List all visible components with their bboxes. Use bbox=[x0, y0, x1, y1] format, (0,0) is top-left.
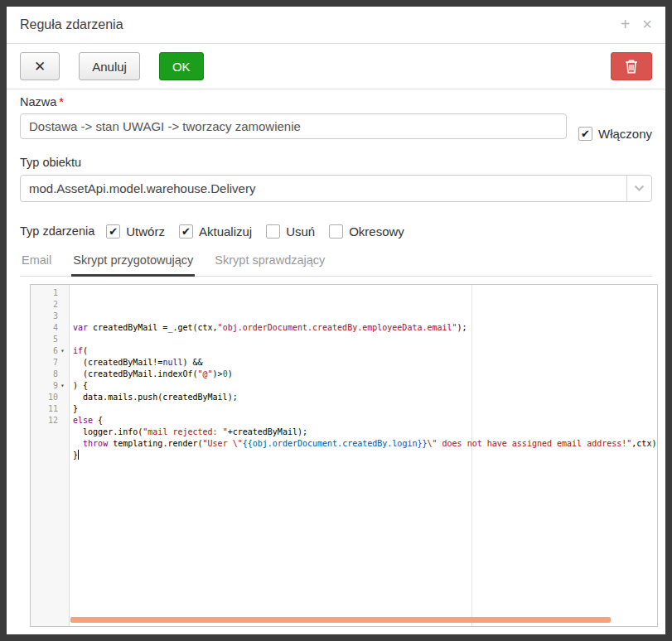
window-icons: + × bbox=[621, 16, 652, 32]
object-type-value: mod.AssetApi.model.warehouse.Delivery bbox=[29, 181, 255, 195]
code-editor[interactable]: 123456▾789▾101112 var createdByMail =_.g… bbox=[30, 284, 658, 627]
gutter-line: 10 bbox=[31, 392, 69, 403]
dialog-titlebar: Reguła zdarzenia + × bbox=[7, 7, 665, 44]
object-type-label: Typ obiektu bbox=[20, 156, 652, 171]
cancel-button[interactable]: Anuluj bbox=[79, 52, 140, 80]
code-line[interactable]: (createdByMail!=null) && bbox=[73, 357, 657, 369]
fold-spacer bbox=[58, 369, 67, 380]
code-token: logger.info( bbox=[73, 427, 143, 436]
gutter-line: 6▾ bbox=[31, 345, 69, 357]
code-token: ,ctx) bbox=[631, 439, 656, 448]
dialog-title: Reguła zdarzenia bbox=[20, 17, 123, 31]
code-token: "User \" bbox=[203, 439, 243, 448]
code-token: (createdByMail!= bbox=[73, 358, 162, 367]
code-token: } bbox=[73, 404, 78, 413]
code-token: createdByMail =_.get(ctx, bbox=[88, 323, 218, 332]
code-token: var bbox=[73, 323, 88, 332]
code-line[interactable]: data.mails.push(createdByMail); bbox=[73, 392, 657, 403]
checkbox-label: Utwórz bbox=[126, 224, 165, 239]
code-token: ) bbox=[228, 369, 233, 378]
code-line[interactable]: (createdByMail.indexOf("@")>0) bbox=[73, 369, 657, 380]
code-line[interactable]: else { bbox=[73, 415, 657, 427]
code-line[interactable]: throw templating.render("User \"{{obj.or… bbox=[73, 438, 657, 450]
gutter-line: 4 bbox=[31, 322, 69, 334]
code-token: else bbox=[73, 416, 93, 425]
close-button[interactable]: ✕ bbox=[20, 52, 60, 80]
fold-spacer bbox=[58, 311, 67, 322]
fold-spacer bbox=[58, 403, 67, 415]
code-token: null bbox=[162, 358, 182, 367]
code-line[interactable]: if( bbox=[73, 345, 657, 357]
checkbox-label: Aktualizuj bbox=[199, 224, 252, 239]
tab-skrypt-przygotowujący[interactable]: Skrypt przygotowujący bbox=[71, 253, 195, 277]
fold-spacer bbox=[58, 287, 67, 299]
event-type-checkbox-aktualizuj[interactable]: ✔Aktualizuj bbox=[179, 224, 252, 239]
enabled-checkbox[interactable]: ✔ Włączony bbox=[578, 127, 652, 141]
tab-skrypt-sprawdzający[interactable]: Skrypt sprawdzający bbox=[213, 253, 326, 277]
fold-icon[interactable]: ▾ bbox=[58, 380, 67, 392]
code-token: \" does not have assigned email address!… bbox=[427, 439, 631, 448]
gutter-line: 7 bbox=[31, 357, 69, 369]
code-line[interactable]: var createdByMail =_.get(ctx,"obj.orderD… bbox=[73, 322, 657, 334]
code-token: "mail rejected: " bbox=[143, 427, 227, 436]
line-number: 10 bbox=[48, 392, 58, 403]
code-line[interactable]: logger.info("mail rejected: "+createdByM… bbox=[73, 427, 657, 438]
line-number: 12 bbox=[48, 415, 58, 427]
editor-gutter: 123456▾789▾101112 bbox=[31, 285, 70, 626]
gutter-line: 1 bbox=[31, 287, 69, 299]
screen: { "window": { "title": "Reguła zdarzenia… bbox=[0, 0, 672, 641]
toolbar: ✕ Anuluj OK bbox=[7, 44, 665, 89]
event-type-group: ✔Utwórz✔AktualizujUsuńOkresowy bbox=[106, 224, 404, 239]
name-row: ✔ Włączony bbox=[20, 113, 652, 141]
gutter-line: 5 bbox=[31, 334, 69, 345]
code-token: templating.render( bbox=[108, 439, 202, 448]
code-token: ); bbox=[457, 323, 467, 332]
object-type-select[interactable]: mod.AssetApi.model.warehouse.Delivery bbox=[20, 175, 652, 202]
event-type-checkbox-okresowy[interactable]: Okresowy bbox=[329, 224, 404, 239]
delete-button[interactable] bbox=[611, 52, 652, 80]
fold-spacer bbox=[58, 392, 67, 403]
checkbox-box bbox=[266, 224, 280, 239]
checkbox-box bbox=[329, 224, 343, 239]
name-label: Nazwa* bbox=[20, 95, 652, 110]
event-type-row: Typ zdarzenia ✔Utwórz✔AktualizujUsuńOkre… bbox=[20, 222, 652, 240]
name-input[interactable] bbox=[20, 113, 567, 139]
tab-email[interactable]: Email bbox=[20, 253, 53, 277]
code-line[interactable] bbox=[73, 334, 657, 345]
checkbox-label: Usuń bbox=[286, 224, 315, 239]
gutter-line: 2 bbox=[31, 299, 69, 311]
event-type-checkbox-usuń[interactable]: Usuń bbox=[266, 224, 315, 239]
code-token: throw bbox=[83, 439, 108, 448]
gutter-line: 3 bbox=[31, 311, 69, 322]
fold-icon[interactable]: ▾ bbox=[58, 345, 67, 357]
plus-icon[interactable]: + bbox=[621, 16, 631, 32]
close-icon[interactable]: × bbox=[642, 16, 652, 32]
code-line[interactable]: } bbox=[73, 450, 657, 461]
name-label-text: Nazwa bbox=[20, 95, 56, 108]
event-type-checkbox-utwórz[interactable]: ✔Utwórz bbox=[106, 224, 165, 239]
text-cursor bbox=[78, 450, 79, 460]
gutter-line: 12 bbox=[31, 415, 69, 427]
editor-code[interactable]: var createdByMail =_.get(ctx,"obj.orderD… bbox=[70, 285, 657, 626]
tab-bar: EmailSkrypt przygotowującySkrypt sprawdz… bbox=[20, 253, 652, 277]
code-token: "obj.orderDocument.createdBy.employeeDat… bbox=[218, 323, 457, 332]
fold-spacer bbox=[58, 415, 67, 427]
fold-spacer bbox=[58, 357, 67, 369]
ok-button[interactable]: OK bbox=[159, 52, 204, 80]
code-token: "@" bbox=[198, 369, 213, 378]
fold-spacer bbox=[58, 322, 67, 334]
editor-horizontal-scrollbar[interactable] bbox=[70, 617, 611, 623]
code-token: ) && bbox=[182, 358, 202, 367]
code-token: (createdByMail.indexOf( bbox=[73, 369, 198, 378]
code-line[interactable]: ) { bbox=[73, 380, 657, 392]
dialog-body: Nazwa* ✔ Włączony Typ obiektu mod.AssetA… bbox=[7, 89, 665, 627]
enabled-checkbox-box: ✔ bbox=[578, 127, 592, 141]
chevron-down-icon bbox=[626, 176, 651, 201]
gutter-line: 9▾ bbox=[31, 380, 69, 392]
code-token: {{obj.orderDocument.createdBy.login}} bbox=[243, 439, 428, 448]
trash-icon bbox=[625, 59, 638, 74]
gutter-line: 8 bbox=[31, 369, 69, 380]
code-token bbox=[73, 439, 83, 448]
code-token: +createdByMail); bbox=[228, 427, 307, 436]
code-line[interactable]: } bbox=[73, 403, 657, 415]
